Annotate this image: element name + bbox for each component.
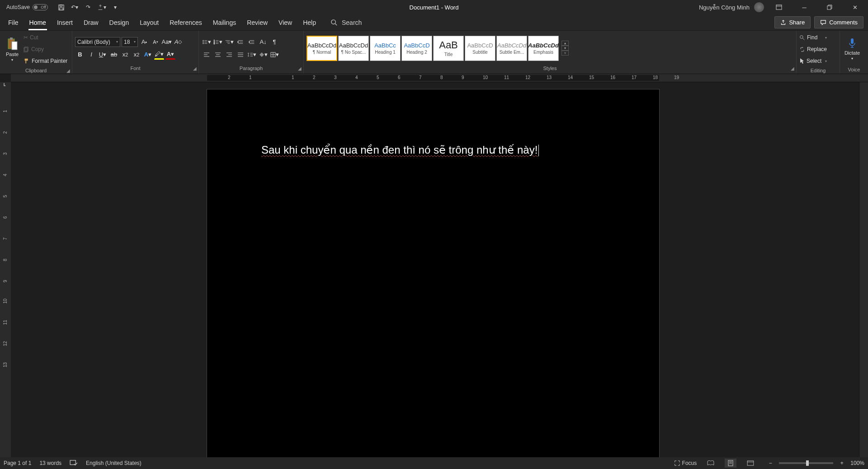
decrease-indent-icon[interactable] — [236, 37, 245, 47]
show-marks-icon[interactable]: ¶ — [269, 37, 279, 47]
language-status[interactable]: English (United States) — [86, 460, 142, 466]
styles-down-icon[interactable]: ▾ — [561, 46, 569, 51]
style--no-spac-[interactable]: AaBbCcDd¶ No Spac... — [338, 36, 369, 61]
read-mode-icon[interactable] — [705, 459, 717, 468]
ruler-vertical[interactable]: ┗ 12345678910111213 — [0, 82, 11, 457]
paste-button[interactable]: Paste ▾ — [3, 33, 22, 66]
borders-icon[interactable]: ▾ — [269, 50, 279, 60]
align-left-icon[interactable] — [202, 50, 212, 60]
touch-mode-icon[interactable]: ▾ — [97, 2, 107, 12]
justify-icon[interactable] — [236, 50, 245, 60]
tab-draw[interactable]: Draw — [78, 14, 104, 30]
page[interactable]: Sau khi chuyển qua nền đen thì nó sẽ trô… — [207, 89, 659, 457]
copy-button[interactable]: Copy — [24, 44, 67, 54]
bullets-icon[interactable]: ▾ — [202, 37, 212, 47]
ribbon-display-icon[interactable] — [769, 0, 789, 14]
replace-button[interactable]: Replace — [799, 44, 827, 54]
tab-selector-icon[interactable]: ┗ — [3, 83, 5, 88]
highlight-color-button[interactable]: 🖊▾ — [154, 50, 164, 60]
tab-view[interactable]: View — [273, 14, 297, 30]
font-color-button[interactable]: A▾ — [165, 50, 175, 60]
close-button[interactable]: ✕ — [844, 0, 865, 14]
style-preview: AaB — [439, 39, 458, 51]
maximize-button[interactable] — [819, 0, 840, 14]
comments-button[interactable]: Comments — [814, 16, 863, 28]
undo-icon[interactable]: ↶▾ — [70, 2, 80, 12]
align-right-icon[interactable] — [224, 50, 234, 60]
format-painter-button[interactable]: Format Painter — [24, 56, 67, 66]
spellcheck-icon[interactable] — [70, 460, 78, 466]
share-button[interactable]: Share — [774, 16, 811, 28]
print-layout-icon[interactable] — [725, 459, 736, 468]
user-name[interactable]: Nguyễn Công Minh — [699, 4, 750, 11]
subscript-button[interactable]: x2 — [120, 50, 130, 60]
cut-button[interactable]: ✂ Cut — [24, 33, 67, 42]
style--normal[interactable]: AaBbCcDd¶ Normal — [307, 36, 337, 61]
tab-layout[interactable]: Layout — [134, 14, 164, 30]
autosave-toggle[interactable]: AutoSave Off — [4, 3, 51, 11]
select-button[interactable]: Select ▾ — [799, 56, 827, 66]
focus-mode-button[interactable]: Focus — [674, 460, 697, 466]
find-button[interactable]: Find ▾ — [799, 33, 827, 42]
font-size-combo[interactable]: 18▾ — [122, 37, 138, 47]
text-effects-icon[interactable]: A▾ — [143, 50, 153, 60]
redo-icon[interactable]: ↷ — [83, 2, 93, 12]
align-center-icon[interactable] — [213, 50, 223, 60]
style-preview: AaBbCcDd — [497, 42, 526, 49]
tab-design[interactable]: Design — [104, 14, 135, 30]
zoom-value[interactable]: 100% — [850, 460, 864, 466]
tab-file[interactable]: File — [3, 14, 24, 30]
web-layout-icon[interactable] — [745, 459, 756, 468]
italic-button[interactable]: I — [86, 50, 96, 60]
user-avatar[interactable] — [754, 2, 764, 12]
superscript-button[interactable]: x2 — [132, 50, 142, 60]
clear-format-icon[interactable]: A◇ — [173, 37, 183, 47]
tab-references[interactable]: References — [164, 14, 208, 30]
customize-qat-icon[interactable]: ▾ — [110, 2, 120, 12]
zoom-out-button[interactable]: − — [764, 459, 776, 468]
clipboard-launcher-icon[interactable]: ◢ — [66, 68, 70, 73]
numbering-icon[interactable]: 123▾ — [213, 37, 223, 47]
shading-icon[interactable]: ▾ — [258, 50, 268, 60]
font-launcher-icon[interactable]: ◢ — [193, 66, 197, 71]
ruler-horizontal[interactable]: 2112345678910111213141516171819 — [11, 74, 868, 82]
vertical-scrollbar[interactable] — [860, 82, 868, 457]
tell-me-search[interactable]: Search — [330, 14, 362, 30]
style-heading-1[interactable]: AaBbCcHeading 1 — [370, 36, 401, 61]
multilevel-list-icon[interactable]: ▾ — [224, 37, 234, 47]
style-emphasis[interactable]: AaBbCcDdEmphasis — [528, 36, 559, 61]
style-subtitle[interactable]: AaBbCcDSubtitle — [465, 36, 495, 61]
underline-button[interactable]: U▾ — [98, 50, 108, 60]
tab-insert[interactable]: Insert — [52, 14, 78, 30]
style-subtle-em-[interactable]: AaBbCcDdSubtle Em... — [496, 36, 527, 61]
bold-button[interactable]: B — [75, 50, 85, 60]
shrink-font-icon[interactable]: A▾ — [151, 37, 160, 47]
save-icon[interactable] — [56, 2, 66, 12]
page-count[interactable]: Page 1 of 1 — [4, 460, 31, 466]
styles-up-icon[interactable]: ▴ — [561, 41, 569, 46]
paragraph-launcher-icon[interactable]: ◢ — [298, 66, 302, 71]
change-case-icon[interactable]: Aa▾ — [162, 37, 172, 47]
sort-icon[interactable]: A↓ — [258, 37, 268, 47]
word-count[interactable]: 13 words — [39, 460, 61, 466]
style-title[interactable]: AaBTitle — [433, 36, 464, 61]
styles-launcher-icon[interactable]: ◢ — [791, 66, 794, 71]
tab-help[interactable]: Help — [297, 14, 321, 30]
grow-font-icon[interactable]: A▴ — [139, 37, 149, 47]
document-text[interactable]: Sau khi chuyển qua nền đen thì nó sẽ trô… — [261, 144, 539, 156]
increase-indent-icon[interactable] — [247, 37, 257, 47]
style-heading-2[interactable]: AaBbCcDHeading 2 — [401, 36, 432, 61]
toggle-switch[interactable]: Off — [33, 4, 48, 10]
strikethrough-button[interactable]: ab — [109, 50, 119, 60]
zoom-slider[interactable] — [779, 462, 833, 464]
tab-mailings[interactable]: Mailings — [208, 14, 241, 30]
tab-home[interactable]: Home — [24, 14, 52, 30]
styles-more-icon[interactable]: ▿ — [561, 51, 569, 56]
minimize-button[interactable]: ─ — [794, 0, 815, 14]
line-spacing-icon[interactable]: ▾ — [247, 50, 257, 60]
tab-review[interactable]: Review — [241, 14, 273, 30]
dictate-button[interactable]: Dictate ▾ — [843, 33, 862, 65]
font-name-combo[interactable]: Calibri (Body)▾ — [75, 37, 120, 47]
zoom-in-button[interactable]: + — [836, 459, 848, 468]
zoom-thumb[interactable] — [806, 460, 809, 466]
